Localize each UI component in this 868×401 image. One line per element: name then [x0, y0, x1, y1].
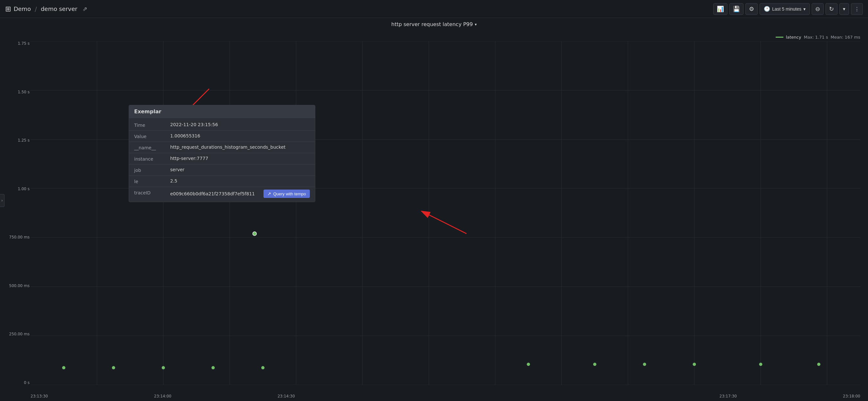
tooltip-title: Exemplar [134, 109, 161, 115]
page-name: demo server [41, 5, 78, 12]
dropdown-button[interactable]: ▾ [839, 3, 849, 15]
tooltip-key-instance: instance [134, 156, 166, 161]
zoom-out-button[interactable]: ⊖ [812, 3, 824, 15]
time-range-label: Last 5 minutes [772, 6, 801, 11]
tooltip-val-job: server [170, 167, 310, 172]
svg-point-23 [211, 366, 215, 369]
svg-point-21 [112, 366, 115, 369]
save-icon: 💾 [733, 5, 740, 12]
x-label-0: 23:13:30 [31, 394, 48, 398]
svg-point-22 [162, 366, 165, 369]
add-panel-icon: 📊 [717, 5, 724, 12]
add-panel-button[interactable]: 📊 [713, 3, 727, 15]
svg-point-29 [693, 363, 696, 366]
save-button[interactable]: 💾 [729, 3, 743, 15]
top-nav: ⊞ Demo / demo server ⇗ 📊 💾 ⚙ 🕐 Last 5 mi… [0, 0, 868, 18]
more-icon: ⋮ [855, 6, 859, 12]
y-label-4: 750.00 ms [9, 235, 30, 240]
tooltip-val-value: 1.000655316 [170, 133, 310, 138]
tooltip-val-time: 2022-11-20 23:15:56 [170, 122, 310, 127]
x-label-3: 23:17:30 [719, 394, 737, 398]
legend-mean: Mean: 167 ms [831, 35, 860, 39]
tooltip-popup: Exemplar Time 2022-11-20 23:15:56 Value … [129, 105, 315, 202]
legend-label: latency [786, 35, 801, 39]
y-label-3: 1.00 s [18, 187, 30, 191]
chart-container: http server request latency P99 ▾ latenc… [0, 18, 868, 401]
query-tempo-label: Query with tempo [273, 191, 306, 196]
refresh-icon: ↻ [829, 5, 834, 12]
tooltip-row-instance: instance http-server:7777 [129, 153, 315, 164]
y-label-6: 250.00 ms [9, 332, 30, 336]
time-range-button[interactable]: 🕐 Last 5 minutes ▾ [760, 3, 810, 15]
legend-bar: latency Max: 1.71 s Mean: 167 ms [776, 35, 860, 39]
app-name: Demo [13, 5, 31, 12]
nav-separator: / [35, 5, 37, 13]
tooltip-val-le: 2.5 [170, 178, 310, 183]
y-label-7: 0 s [24, 380, 30, 385]
external-link-icon: ↗ [267, 191, 271, 196]
refresh-button[interactable]: ↻ [826, 3, 837, 15]
tooltip-row-name: __name__ http_request_durations_histogra… [129, 142, 315, 153]
svg-point-32 [253, 232, 256, 236]
tooltip-row-value: Value 1.000655316 [129, 131, 315, 142]
x-label-2: 23:14:30 [278, 394, 295, 398]
y-label-2: 1.25 s [18, 138, 30, 143]
zoom-out-icon: ⊖ [815, 5, 820, 12]
chart-svg [31, 41, 860, 385]
time-range-arrow: ▾ [803, 6, 806, 11]
settings-button[interactable]: ⚙ [745, 3, 758, 15]
tooltip-val-traceid: e009c660b0df6a21f27358df7ef5f811 [170, 191, 260, 196]
chart-title-bar[interactable]: http server request latency P99 ▾ [0, 18, 868, 29]
tooltip-key-value: Value [134, 133, 166, 139]
svg-point-26 [527, 363, 530, 366]
sidebar-toggle[interactable]: › [0, 194, 4, 207]
y-axis-labels: 1.75 s 1.50 s 1.25 s 1.00 s 750.00 ms 50… [4, 41, 30, 385]
tooltip-row-le: le 2.5 [129, 176, 315, 187]
tooltip-key-name: __name__ [134, 145, 166, 150]
x-label-4: 23:18:00 [843, 394, 860, 398]
y-label-5: 500.00 ms [9, 283, 30, 288]
legend-color-line [776, 37, 783, 38]
tooltip-row-job: job server [129, 164, 315, 176]
tooltip-key-job: job [134, 167, 166, 173]
svg-point-27 [593, 363, 596, 366]
tooltip-val-instance: http-server:7777 [170, 156, 310, 161]
arrow-to-query-button [289, 195, 483, 243]
tooltip-row-traceid: traceID e009c660b0df6a21f27358df7ef5f811… [129, 187, 315, 201]
svg-point-20 [62, 366, 65, 369]
tooltip-key-le: le [134, 178, 166, 184]
chart-title: http server request latency P99 [391, 21, 473, 27]
svg-point-31 [817, 363, 820, 366]
y-label-0: 1.75 s [18, 41, 30, 46]
more-button[interactable]: ⋮ [851, 3, 863, 15]
grid-icon: ⊞ [5, 5, 11, 13]
chart-title-dropdown-icon: ▾ [475, 22, 477, 27]
svg-line-36 [422, 211, 466, 234]
dropdown-arrow-icon: ▾ [843, 6, 845, 12]
x-label-1: 23:14:00 [154, 394, 172, 398]
x-axis-labels: 23:13:30 23:14:00 23:14:30 23:17:30 23:1… [31, 394, 860, 398]
tooltip-key-time: Time [134, 122, 166, 128]
y-label-1: 1.50 s [18, 90, 30, 94]
tooltip-val-name: http_request_durations_histogram_seconds… [170, 145, 310, 150]
settings-icon: ⚙ [749, 5, 754, 12]
tooltip-body: Time 2022-11-20 23:15:56 Value 1.0006553… [129, 118, 315, 202]
tooltip-header: Exemplar [129, 105, 315, 118]
svg-point-28 [643, 363, 646, 366]
svg-point-24 [261, 366, 265, 369]
legend-max: Max: 1.71 s [804, 35, 828, 39]
tooltip-row-time: Time 2022-11-20 23:15:56 [129, 119, 315, 131]
nav-right: 📊 💾 ⚙ 🕐 Last 5 minutes ▾ ⊖ ↻ ▾ ⋮ [713, 3, 863, 15]
tooltip-trace-row: e009c660b0df6a21f27358df7ef5f811 ↗ Query… [170, 190, 310, 198]
clock-icon: 🕐 [764, 6, 770, 12]
svg-point-30 [759, 363, 763, 366]
nav-left: ⊞ Demo / demo server ⇗ [5, 5, 88, 13]
query-with-tempo-button[interactable]: ↗ Query with tempo [264, 190, 310, 198]
share-icon[interactable]: ⇗ [82, 5, 87, 12]
tooltip-key-traceid: traceID [134, 190, 166, 195]
